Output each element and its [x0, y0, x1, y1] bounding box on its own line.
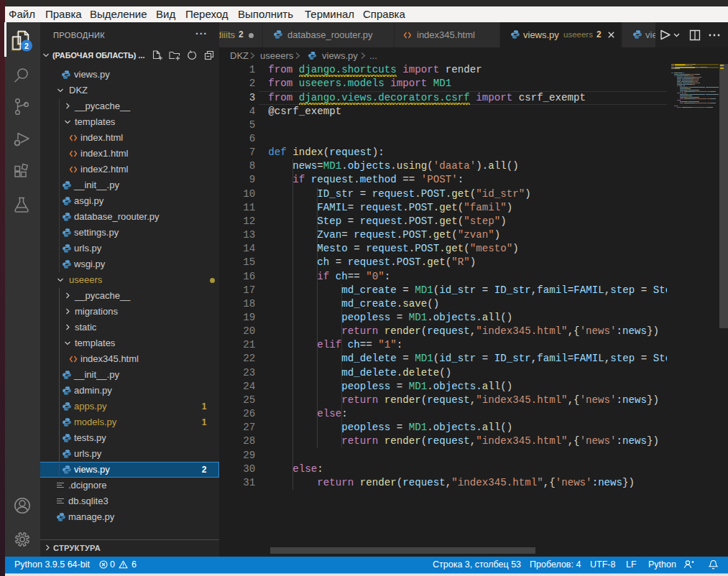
svg-text:2: 2	[24, 42, 29, 50]
